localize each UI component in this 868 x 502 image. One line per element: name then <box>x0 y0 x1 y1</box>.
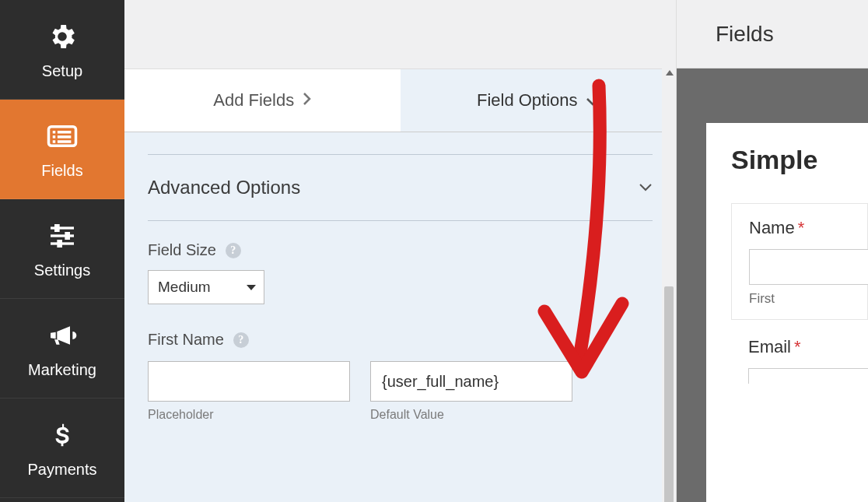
tab-label: Field Options <box>477 90 578 111</box>
sidebar-item-label: Fields <box>41 162 82 180</box>
section-title: Advanced Options <box>148 177 300 198</box>
bullhorn-icon <box>44 318 80 353</box>
sidebar-item-label: Marketing <box>28 361 96 379</box>
scrollbar-track <box>662 68 676 502</box>
advanced-options-toggle[interactable]: Advanced Options <box>148 155 653 221</box>
svg-rect-2 <box>58 131 72 134</box>
help-icon[interactable]: ? <box>233 332 249 348</box>
topbar-spacer <box>124 0 676 68</box>
svg-rect-1 <box>53 131 56 134</box>
svg-rect-12 <box>57 240 62 247</box>
preview-column: Fields Simple Name* First Email* <box>677 0 868 502</box>
sidebar-item-label: Settings <box>34 262 90 279</box>
tab-label: Add Fields <box>213 90 294 111</box>
first-name-preview-input[interactable] <box>749 249 868 285</box>
email-field-label: Email* <box>731 337 868 357</box>
form-preview-card: Simple Name* First Email* <box>706 123 868 502</box>
default-value-column: Default Value <box>370 361 572 422</box>
first-name-label-row: First Name ? <box>148 331 653 349</box>
sidebar-item-payments[interactable]: Payments <box>0 398 124 498</box>
sliders-icon <box>44 218 80 254</box>
builder-sidebar: Setup Fields Settings Marketing Payments <box>0 0 124 502</box>
svg-rect-11 <box>65 232 70 240</box>
chevron-down-icon <box>639 181 653 195</box>
panel-tabs: Add Fields Field Options <box>124 68 676 132</box>
svg-rect-3 <box>53 135 56 139</box>
sidebar-item-settings[interactable]: Settings <box>0 199 124 299</box>
sidebar-item-marketing[interactable]: Marketing <box>0 299 124 398</box>
placeholder-column: Placeholder <box>148 361 350 422</box>
field-size-select[interactable]: Medium <box>148 270 264 304</box>
first-name-placeholder-input[interactable] <box>148 361 350 402</box>
select-value: Medium <box>158 279 211 296</box>
scroll-up-arrow-icon[interactable] <box>666 70 674 75</box>
svg-rect-8 <box>51 234 74 237</box>
svg-rect-6 <box>58 140 72 143</box>
chevron-right-icon <box>302 90 311 111</box>
scrollbar-thumb[interactable] <box>664 286 674 502</box>
placeholder-sublabel: Placeholder <box>148 408 350 422</box>
dollar-icon <box>44 417 80 453</box>
preview-name-field[interactable]: Name* First <box>731 203 868 320</box>
sidebar-item-setup[interactable]: Setup <box>0 0 124 100</box>
svg-rect-7 <box>51 226 74 229</box>
caret-down-icon <box>247 285 256 290</box>
first-sublabel: First <box>749 291 867 307</box>
svg-rect-4 <box>58 135 72 139</box>
preview-canvas: Simple Name* First Email* <box>677 68 868 502</box>
sidebar-item-label: Setup <box>42 62 82 80</box>
list-icon <box>44 118 80 154</box>
form-title: Simple <box>731 145 868 175</box>
field-options-panel: Advanced Options Field Size ? Medium Fir… <box>124 132 676 502</box>
first-name-label: First Name <box>148 331 224 349</box>
tab-field-options[interactable]: Field Options <box>401 69 677 132</box>
preview-header-title: Fields <box>716 22 774 47</box>
first-name-default-value-input[interactable] <box>370 361 572 402</box>
sidebar-item-label: Payments <box>28 461 97 479</box>
field-size-label: Field Size <box>148 241 216 259</box>
field-options-column: Add Fields Field Options Advanced Option… <box>124 0 677 502</box>
help-icon[interactable]: ? <box>226 243 241 258</box>
preview-header: Fields <box>677 0 868 68</box>
sidebar-item-fields[interactable]: Fields <box>0 100 124 199</box>
chevron-down-icon <box>586 90 600 111</box>
default-value-sublabel: Default Value <box>370 408 572 422</box>
tab-add-fields[interactable]: Add Fields <box>124 69 401 132</box>
required-asterisk: * <box>794 337 801 356</box>
gear-icon <box>44 19 80 54</box>
required-asterisk: * <box>798 218 805 237</box>
field-size-label-row: Field Size ? <box>148 241 653 259</box>
svg-rect-10 <box>54 224 60 232</box>
svg-rect-5 <box>53 140 56 143</box>
name-field-label: Name* <box>749 218 867 238</box>
email-preview-input[interactable] <box>748 368 868 384</box>
